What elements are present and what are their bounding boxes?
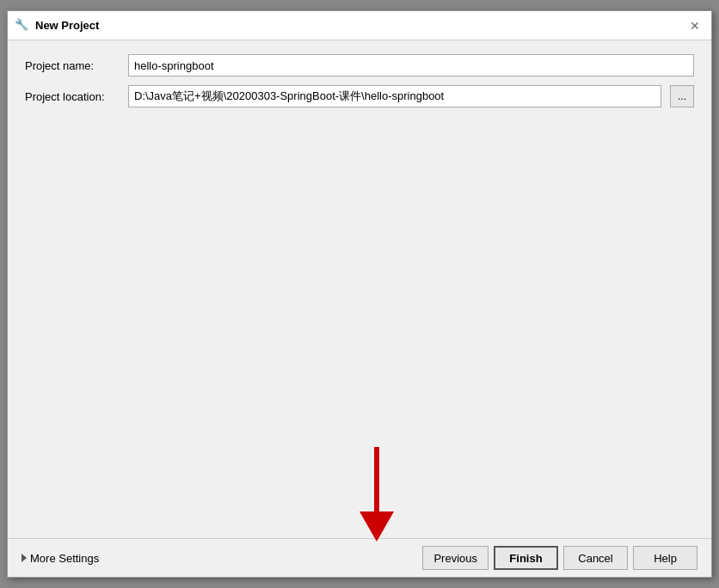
project-name-label: Project name: (25, 59, 120, 72)
close-button[interactable]: ✕ (685, 16, 704, 35)
project-name-row: Project name: (25, 54, 694, 77)
content-area (25, 116, 694, 524)
dialog-icon: 🔧 (15, 18, 30, 34)
cancel-button[interactable]: Cancel (563, 546, 628, 570)
help-button[interactable]: Help (633, 546, 697, 570)
more-settings-triangle-icon (22, 554, 27, 562)
title-bar: 🔧 New Project ✕ (8, 11, 711, 40)
dialog-title: New Project (35, 19, 99, 32)
red-arrow (351, 447, 403, 550)
title-bar-left: 🔧 New Project (15, 18, 99, 34)
project-location-row: Project location: ... (25, 85, 694, 107)
dialog-body: Project name: Project location: ... (8, 40, 711, 538)
project-location-input[interactable] (128, 85, 661, 107)
project-name-input[interactable] (128, 54, 694, 77)
svg-marker-1 (360, 511, 394, 542)
project-location-label: Project location: (25, 90, 120, 103)
previous-button[interactable]: Previous (422, 546, 489, 570)
footer-buttons: Previous Finish Cancel Help (422, 546, 697, 570)
new-project-dialog: 🔧 New Project ✕ Project name: Project lo… (7, 10, 712, 578)
finish-button[interactable]: Finish (494, 546, 558, 570)
more-settings-label: More Settings (30, 552, 99, 565)
more-settings[interactable]: More Settings (22, 552, 99, 565)
browse-button[interactable]: ... (670, 85, 694, 107)
